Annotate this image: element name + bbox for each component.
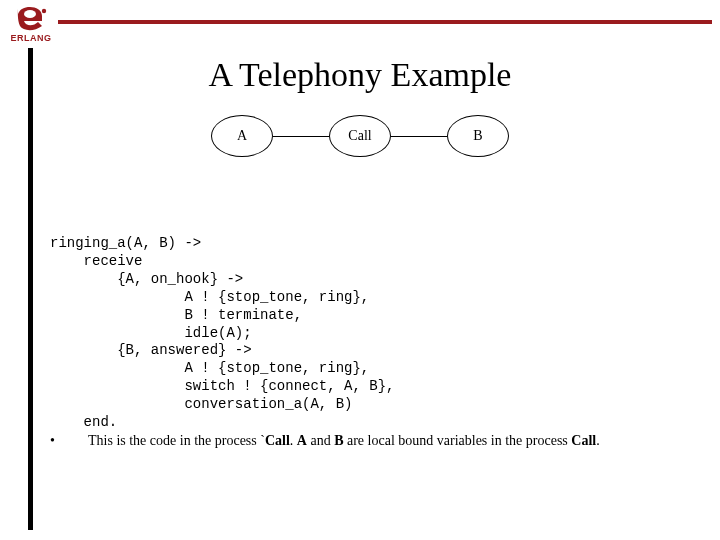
svg-point-0 <box>24 10 36 18</box>
footnote-bold: A <box>297 433 307 448</box>
bullet-icon: • <box>50 432 88 450</box>
diagram-node-a: A <box>211 115 273 157</box>
code-line: {B, answered} -> <box>50 342 252 358</box>
footnote-fragment: . <box>596 433 600 448</box>
footnote-fragment: are local bound variables in the process <box>343 433 571 448</box>
footnote-bold: Call <box>265 433 290 448</box>
code-line: switch ! {connect, A, B}, <box>50 378 394 394</box>
footnote-fragment: . <box>290 433 297 448</box>
footnote-text: This is the code in the process `Call. A… <box>88 432 690 450</box>
footnote-fragment: This is the code in the process ` <box>88 433 265 448</box>
code-block: ringing_a(A, B) -> receive {A, on_hook} … <box>50 235 690 432</box>
code-line: B ! terminate, <box>50 307 302 323</box>
footnote: • This is the code in the process `Call.… <box>50 432 690 450</box>
erlang-logo-text: ERLANG <box>8 33 54 43</box>
code-line: receive <box>50 253 142 269</box>
code-line: end. <box>50 414 117 430</box>
process-diagram: A Call B <box>0 115 720 157</box>
diagram-node-b: B <box>447 115 509 157</box>
diagram-node-call: Call <box>329 115 391 157</box>
erlang-logo-icon <box>14 6 48 32</box>
code-line: A ! {stop_tone, ring}, <box>50 360 369 376</box>
svg-point-1 <box>42 9 46 13</box>
code-line: {A, on_hook} -> <box>50 271 243 287</box>
footnote-bold: Call <box>571 433 596 448</box>
slide-title: A Telephony Example <box>0 56 720 94</box>
code-line: idle(A); <box>50 325 252 341</box>
diagram-edge <box>273 136 329 137</box>
slide: ERLANG A Telephony Example A Call B ring… <box>0 0 720 540</box>
code-line: ringing_a(A, B) -> <box>50 235 201 251</box>
diagram-edge <box>391 136 447 137</box>
header-rule <box>58 20 712 24</box>
code-line: conversation_a(A, B) <box>50 396 352 412</box>
footnote-fragment: and <box>307 433 334 448</box>
erlang-logo: ERLANG <box>8 6 54 43</box>
code-line: A ! {stop_tone, ring}, <box>50 289 369 305</box>
